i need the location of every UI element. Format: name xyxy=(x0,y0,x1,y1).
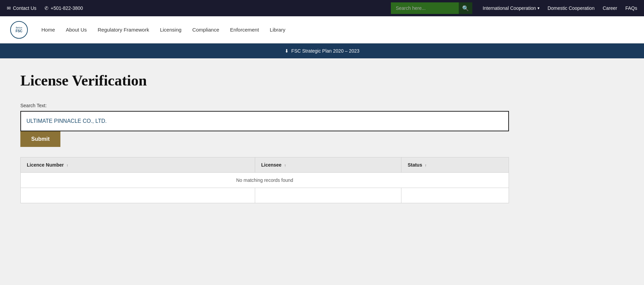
no-records-cell: No matching records found xyxy=(21,173,509,188)
nav-item-compliance[interactable]: Compliance xyxy=(192,27,219,33)
top-bar-right: 🔍 International Cooperation Domestic Coo… xyxy=(391,2,637,14)
top-bar: Contact Us +501-822-3800 🔍 International… xyxy=(0,0,644,16)
envelope-icon xyxy=(7,5,11,11)
search-icon: 🔍 xyxy=(462,5,469,12)
main-content: License Verification Search Text: Submit… xyxy=(0,58,644,262)
page-title: License Verification xyxy=(20,72,624,89)
download-icon: ⬇ xyxy=(285,48,289,54)
col-header-licensee[interactable]: Licensee ↑ xyxy=(255,157,401,173)
logo-subtext: Belize xyxy=(16,26,22,29)
sort-licensee-icon: ↑ xyxy=(284,163,286,167)
submit-button[interactable]: Submit xyxy=(20,131,60,147)
header-search-button[interactable]: 🔍 xyxy=(459,2,472,14)
results-table: Licence Number ↑ Licensee ↑ Status ↑ No … xyxy=(20,157,509,203)
header-search-input[interactable] xyxy=(391,2,459,14)
sort-licence-icon: ↑ xyxy=(67,163,69,167)
nav-item-about[interactable]: About Us xyxy=(66,27,87,33)
top-nav-international[interactable]: International Cooperation xyxy=(482,5,539,11)
empty-row xyxy=(21,188,509,203)
main-nav: Belize FSC Home About Us Regulatory Fram… xyxy=(0,16,644,43)
top-bar-left: Contact Us +501-822-3800 xyxy=(7,5,391,11)
nav-item-regulatory[interactable]: Regulatory Framework xyxy=(98,27,149,33)
nav-item-licensing[interactable]: Licensing xyxy=(160,27,181,33)
top-nav: International Cooperation Domestic Coope… xyxy=(482,5,637,11)
nav-item-library[interactable]: Library xyxy=(270,27,285,33)
logo-link[interactable]: Belize FSC xyxy=(10,21,28,39)
nav-item-home[interactable]: Home xyxy=(41,27,55,33)
top-nav-faqs[interactable]: FAQs xyxy=(625,5,637,11)
no-records-row: No matching records found xyxy=(21,173,509,188)
contact-link[interactable]: Contact Us xyxy=(7,5,36,11)
top-nav-career[interactable]: Career xyxy=(603,5,617,11)
top-nav-domestic[interactable]: Domestic Cooperation xyxy=(548,5,595,11)
logo-text: FSC xyxy=(16,29,22,33)
table-header-row: Licence Number ↑ Licensee ↑ Status ↑ xyxy=(21,157,509,173)
search-text-input[interactable] xyxy=(20,111,509,131)
phone-icon xyxy=(44,5,49,11)
banner-text: FSC Strategic Plan 2020 – 2023 xyxy=(291,48,360,54)
logo-circle: Belize FSC xyxy=(10,21,28,39)
sort-status-icon: ↑ xyxy=(425,163,427,167)
contact-label: Contact Us xyxy=(13,5,36,11)
search-text-label: Search Text: xyxy=(20,103,624,108)
banner-bar[interactable]: ⬇ FSC Strategic Plan 2020 – 2023 xyxy=(0,43,644,58)
nav-item-enforcement[interactable]: Enforcement xyxy=(230,27,259,33)
main-nav-links: Home About Us Regulatory Framework Licen… xyxy=(41,27,285,33)
col-header-status[interactable]: Status ↑ xyxy=(401,157,509,173)
phone-label: +501-822-3800 xyxy=(51,5,83,11)
col-header-licence[interactable]: Licence Number ↑ xyxy=(21,157,255,173)
search-container: 🔍 xyxy=(391,2,472,14)
phone-link[interactable]: +501-822-3800 xyxy=(44,5,83,11)
